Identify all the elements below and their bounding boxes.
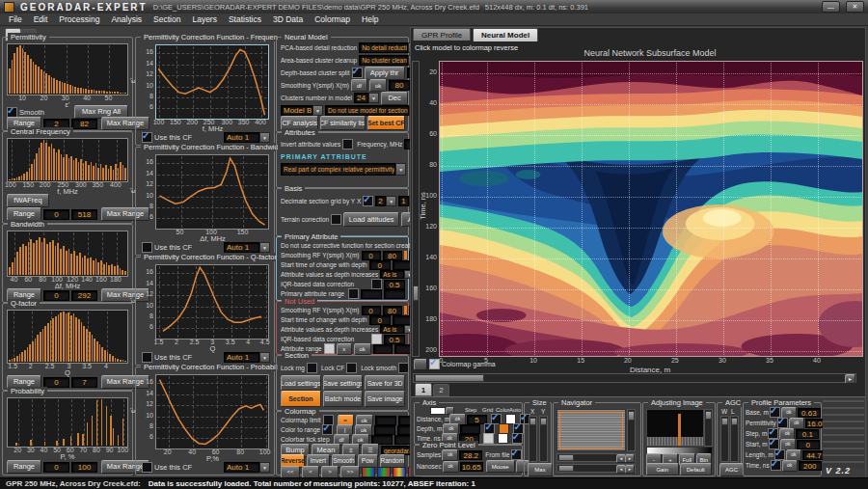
bandwidth-histogram[interactable] xyxy=(7,231,128,277)
probability-histogram[interactable] xyxy=(7,397,128,448)
chevron-down-icon[interactable]: ▼ xyxy=(259,462,270,473)
fwafreq-button[interactable]: fWAFreq xyxy=(7,194,49,207)
scroll-right-icon[interactable]: ► xyxy=(625,465,635,474)
model-section-dropdown[interactable]: Do not use model for section ▼ xyxy=(325,105,420,116)
section-button[interactable]: Section xyxy=(281,391,321,407)
time-auto-checkbox[interactable] xyxy=(512,433,523,444)
navigator-hscroll-2[interactable]: ◄ ► xyxy=(556,464,636,473)
start-time-field[interactable]: 0 xyxy=(369,315,391,325)
decimate-checkbox[interactable] xyxy=(363,196,373,206)
x-button[interactable]: x xyxy=(337,343,352,355)
chevron-down-icon[interactable]: ▼ xyxy=(259,132,270,143)
time-color-swatch[interactable] xyxy=(498,433,508,444)
slider-thumb[interactable] xyxy=(558,465,574,472)
gamma-button[interactable] xyxy=(414,359,427,370)
start-time-field[interactable]: 0 xyxy=(369,260,391,270)
chevron-down-icon[interactable]: ▼ xyxy=(312,105,323,116)
clusters-dropdown[interactable]: 24 ▼ xyxy=(354,93,379,103)
horizontal-scrollbar[interactable]: ► xyxy=(413,373,856,383)
slider-thumb[interactable] xyxy=(413,285,419,301)
colormap-swatch-1[interactable] xyxy=(362,467,375,477)
range-high-field[interactable]: 7 xyxy=(71,377,97,388)
menu-edit[interactable]: Edit xyxy=(28,14,54,25)
smooth-field-2[interactable]: 80 xyxy=(383,251,402,260)
apply-thr-button[interactable]: Apply thr xyxy=(365,67,405,80)
limit-field-1[interactable] xyxy=(375,416,396,425)
navigator-thumbnail[interactable] xyxy=(556,409,626,451)
smooth-checkbox[interactable] xyxy=(7,107,17,118)
adjust-vscroll[interactable] xyxy=(704,409,713,447)
gain-button[interactable]: Gain xyxy=(646,463,679,475)
terrain-checkbox[interactable] xyxy=(331,214,341,225)
range-high-field[interactable]: 518 xyxy=(71,209,97,220)
cf-bandwidth-plot[interactable] xyxy=(155,154,269,230)
ok-button[interactable]: ok xyxy=(779,428,795,440)
last-button[interactable]: >> xyxy=(340,466,360,478)
tab-gpr-profile[interactable]: GPR Profile xyxy=(413,28,471,41)
agc-l-slider[interactable] xyxy=(730,416,739,462)
range-high-field[interactable]: 100 xyxy=(71,462,97,473)
viewer-tab-1[interactable]: 1 xyxy=(415,383,432,396)
attr-range-checkbox[interactable] xyxy=(324,343,335,354)
range-high-field[interactable]: 292 xyxy=(71,290,97,301)
param-value[interactable]: 0 xyxy=(797,440,820,449)
ok-button[interactable]: ok xyxy=(786,449,801,461)
scroll-right-icon[interactable]: ► xyxy=(625,454,635,463)
depth-step-field[interactable] xyxy=(460,424,480,434)
smooth-y-field[interactable]: 80 xyxy=(389,80,410,91)
prev-button[interactable]: < xyxy=(302,466,319,478)
menu-colormap[interactable]: Colormap xyxy=(309,14,356,25)
iqr-checkbox[interactable] xyxy=(371,334,382,344)
menu-section[interactable]: Section xyxy=(148,14,186,25)
amplitude-histogram[interactable] xyxy=(646,409,704,447)
range-low-field[interactable]: 0 xyxy=(43,377,69,388)
mouse-button[interactable]: Mouse xyxy=(486,460,515,473)
cf-q-factor-plot[interactable] xyxy=(155,264,269,340)
range-field-1[interactable] xyxy=(361,289,382,299)
nanosec-field[interactable]: 10.65 xyxy=(460,462,483,472)
ok-button[interactable]: ok xyxy=(369,79,387,92)
smooth-field-1[interactable]: 0 xyxy=(362,251,381,260)
scrollbar-thumb[interactable] xyxy=(415,374,484,382)
chevron-down-icon[interactable]: ▼ xyxy=(368,93,379,103)
menu-processing[interactable]: Processing xyxy=(53,14,105,25)
param-checkbox[interactable] xyxy=(777,418,788,428)
load-settings-button[interactable]: Load settings xyxy=(281,375,321,391)
next-button[interactable]: > xyxy=(321,466,339,478)
load-altitudes-button[interactable]: Load altitudes xyxy=(343,212,399,227)
range-field-1[interactable] xyxy=(374,425,395,435)
use-cf-checkbox[interactable] xyxy=(142,462,152,473)
menu-analysis[interactable]: Analysis xyxy=(105,14,148,25)
samples-field[interactable]: 28.2 xyxy=(459,450,482,460)
ok-button[interactable]: ok xyxy=(354,343,371,355)
neural-model-heatmap[interactable] xyxy=(439,61,863,357)
tick-field-1[interactable] xyxy=(371,435,393,445)
primary-attribute-dropdown[interactable]: Real part of complex relative permittivi… xyxy=(281,163,406,176)
save-settings-button[interactable]: Save settings xyxy=(323,375,364,391)
save-for-3d-button[interactable]: Save for 3D xyxy=(365,375,405,391)
decimate-y-dropdown[interactable]: 2 ▼ xyxy=(375,196,396,206)
param-value[interactable]: 0.1 xyxy=(796,429,819,439)
permittivity-histogram[interactable] xyxy=(7,43,128,95)
slider-thumb[interactable] xyxy=(721,418,728,425)
iqr-field[interactable]: 0.5 xyxy=(384,335,405,344)
colormap-gamma-checkbox[interactable] xyxy=(429,359,440,369)
range-high-field[interactable]: 82 xyxy=(71,119,97,129)
param-value[interactable]: 200 xyxy=(799,461,822,471)
size-y-slider[interactable] xyxy=(539,416,548,462)
range-field-1[interactable] xyxy=(373,344,393,354)
invert-attr-checkbox[interactable] xyxy=(342,139,353,149)
agc-w-slider[interactable] xyxy=(720,416,729,462)
slider-thumb[interactable] xyxy=(731,418,738,425)
range-button[interactable]: Range xyxy=(7,207,41,221)
viewer-tab-2[interactable]: 2 xyxy=(433,384,449,396)
use-cf-checkbox[interactable] xyxy=(142,242,152,253)
param-checkbox[interactable] xyxy=(771,460,781,471)
slider-thumb[interactable] xyxy=(705,411,712,420)
ok-button[interactable]: ok xyxy=(443,461,459,473)
dec-button[interactable]: Dec xyxy=(381,92,408,105)
save-image-button[interactable]: Save image xyxy=(365,391,405,407)
menu-help[interactable]: Help xyxy=(356,14,384,25)
smooth-field-1[interactable]: 0 xyxy=(362,306,381,315)
minimize-button[interactable]: — xyxy=(822,1,840,13)
